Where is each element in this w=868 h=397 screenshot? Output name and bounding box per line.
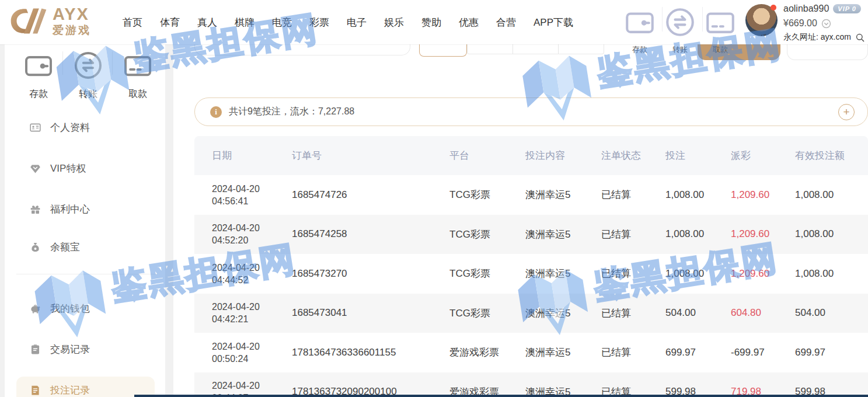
bet-content: 澳洲幸运5 [525,188,601,201]
bet-amount: 699.97 [665,347,731,358]
bet-record-icon [29,384,41,396]
filter-option-selected[interactable] [419,44,467,57]
bet-content: 澳洲幸运5 [525,307,601,320]
bet-content: 澳洲幸运5 [525,346,601,359]
nav-live[interactable]: 真人 [197,16,217,29]
balance-amount: ¥669.00 [783,18,817,29]
payout-amount: 1,209.60 [731,268,795,280]
table-body: 2024-04-2004:56:41 1685474726 TCG彩票 澳洲幸运… [194,175,868,397]
order-number: 1781364736336601155 [292,347,449,358]
nav-sports[interactable]: 体育 [160,16,180,29]
nav-partner[interactable]: 合营 [496,16,516,29]
sidebar-item-welfare[interactable]: 福利中心 [29,203,90,216]
nav-app-download[interactable]: APP下载 [534,16,573,29]
user-avatar[interactable] [745,4,778,36]
valid-bet-amount: 504.00 [795,307,868,319]
header-deposit-button[interactable]: 存款 [623,5,657,55]
sidebar-withdraw-button[interactable]: 取款 [121,49,154,100]
platform: TCG彩票 [449,188,525,201]
bet-date: 2024-04-2004:44:52 [212,262,292,286]
valid-bet-amount: 1,008.00 [795,268,868,280]
bank-card-icon [703,31,737,41]
date-range-input[interactable] [194,44,410,55]
nav-slots[interactable]: 电子 [347,16,367,29]
valid-bet-amount: 1,008.00 [795,228,868,240]
filter-segment[interactable] [513,44,559,54]
sidebar-transfer-button[interactable]: 转账 [72,49,104,100]
bet-summary-bar: i 共计9笔投注，流水：7,227.88 + [194,97,868,126]
top-header: AYX 爱游戏 首页 体育 真人 棋牌 电竞 彩票 电子 娱乐 赞助 优惠 合营… [0,0,868,44]
bet-status: 已结算 [601,188,665,201]
table-row: 2024-04-2000:50:24 1781364736336601155 爱… [194,333,868,372]
sidebar-item-wallet[interactable]: 我的钱包 [29,302,90,315]
table-row: 2024-04-2004:52:20 1685474258 TCG彩票 澳洲幸运… [194,215,868,255]
bet-date: 2024-04-2000:50:24 [212,340,292,365]
bet-status: 已结算 [601,267,665,280]
platform: TCG彩票 [449,267,525,280]
nav-home[interactable]: 首页 [123,16,142,29]
transfer-icon [72,74,104,83]
search-icon[interactable] [855,33,865,43]
nav-chess[interactable]: 棋牌 [235,16,255,29]
bet-amount: 1,008.00 [665,228,731,240]
order-number: 1685473041 [292,307,449,319]
balance-refresh-icon[interactable] [821,19,831,29]
filter-segment[interactable] [468,44,513,54]
sidebar-deposit-button[interactable]: 存款 [22,49,55,100]
bet-summary-text: 共计9笔投注，流水：7,227.88 [229,106,354,118]
nav-lottery[interactable]: 彩票 [309,16,329,29]
bet-date: 2024-04-2004:56:41 [212,183,292,207]
bet-status: 已结算 [601,307,665,320]
sidebar-item-profile[interactable]: 个人资料 [29,121,90,134]
filter-right-box[interactable] [787,44,868,60]
divider [112,51,113,75]
filter-segment[interactable] [559,44,604,54]
brand-logo[interactable]: AYX 爱游戏 [9,6,91,36]
nav-entertainment[interactable]: 娱乐 [384,16,404,29]
bottom-bar [134,395,868,397]
sidebar-item-vip[interactable]: VIP特权 [29,162,86,175]
nav-sponsor[interactable]: 赞助 [421,16,441,29]
nav-esports[interactable]: 电竞 [272,16,292,29]
platform: 爱游戏彩票 [449,346,525,359]
main-nav: 首页 体育 真人 棋牌 电竞 彩票 电子 娱乐 赞助 优惠 合营 APP下载 [123,0,573,44]
permanent-url: 永久网址: ayx.com [783,32,851,43]
wallet-icon [623,31,657,41]
bet-content: 澳洲幸运5 [525,267,601,280]
table-row: 2024-04-2004:42:21 1685473041 TCG彩票 澳洲幸运… [194,294,868,333]
vip-badge: VIP 0 [833,4,861,13]
nav-promo[interactable]: 优惠 [459,16,479,29]
user-info: aolinba990 VIP 0 ¥669.00 永久网址: ayx.com [783,4,868,43]
divider [662,7,663,32]
bank-card-icon [121,74,154,83]
gift-icon [29,203,41,215]
header-withdraw-button[interactable]: 取款 [703,5,737,55]
col-order: 订单号 [292,149,449,162]
brand-mark-icon [9,6,48,36]
brand-name: AYX [53,6,91,23]
page-left-gutter [0,44,5,397]
divider [702,7,703,32]
brand-name-cn: 爱游戏 [53,25,91,36]
sidebar-divider [16,274,158,274]
payout-amount: 1,209.60 [731,189,795,201]
col-date: 日期 [212,149,292,162]
payout-amount: -699.97 [731,347,795,358]
bet-status: 已结算 [601,228,665,241]
payout-amount: 1,209.60 [731,228,795,240]
col-valid: 有效投注额 [795,149,868,162]
platform: TCG彩票 [449,307,525,320]
bet-amount: 504.00 [665,307,731,319]
platform: TCG彩票 [449,228,525,241]
sidebar-item-bet-records[interactable]: 投注记录 [29,384,90,397]
sidebar: 存款 转账 取款 个人资料 VIP特权 福利中心 余额宝 [5,44,165,397]
order-number: 1685474258 [292,228,449,240]
sidebar-item-transactions[interactable]: 交易记录 [29,343,90,356]
col-status: 注单状态 [601,149,665,162]
filter-segment-group[interactable] [467,44,604,54]
expand-plus-button[interactable]: + [838,104,855,120]
info-icon: i [210,106,222,118]
bet-amount: 1,008.00 [665,189,731,201]
sidebar-item-yuebao[interactable]: 余额宝 [29,241,80,254]
header-transfer-button[interactable]: 转账 [663,5,697,55]
